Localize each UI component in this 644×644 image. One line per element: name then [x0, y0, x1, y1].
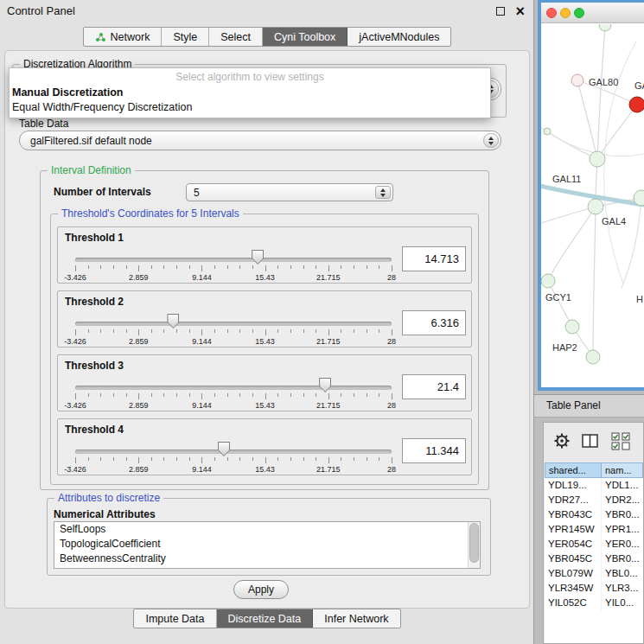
column-header-name[interactable]: nam...	[602, 462, 643, 478]
threshold-value-field[interactable]: 6.316	[402, 310, 466, 335]
table-header: shared... nam...	[545, 462, 643, 478]
network-node[interactable]	[565, 320, 579, 334]
slider-thumb[interactable]	[167, 314, 179, 328]
network-edge[interactable]	[548, 281, 572, 327]
attribute-item-selfloops[interactable]: SelfLoops	[54, 522, 480, 537]
table-row[interactable]: YPR145WYPR1...	[545, 522, 643, 537]
table-row[interactable]: YBR045CYBR0...	[545, 552, 643, 566]
table-row[interactable]: YIL052CYIL0...	[545, 596, 643, 610]
algorithm-option-equal-width-frequency-discretization[interactable]: Equal Width/Frequency Discretization	[10, 100, 490, 115]
network-node[interactable]	[590, 151, 605, 167]
slider-tick	[392, 329, 392, 335]
table-row[interactable]: YLR345WYLR3...	[545, 581, 643, 596]
float-window-icon[interactable]	[496, 7, 505, 16]
algorithm-option-manual-discretization[interactable]: Manual Discretization	[10, 86, 490, 100]
slider-tick	[227, 265, 228, 269]
tab-cyni-toolbox[interactable]: Cyni Toolbox	[263, 28, 348, 46]
tab-discretize-data[interactable]: Discretize Data	[217, 609, 314, 628]
tab-select[interactable]: Select	[209, 28, 263, 46]
slider-tick	[277, 457, 278, 461]
column-header-shared-name[interactable]: shared...	[545, 462, 602, 478]
network-node[interactable]	[541, 274, 555, 288]
table-row[interactable]: YBR043CYBR0...	[545, 507, 643, 522]
network-canvas[interactable]: GAL80GAGAL11GAL4GCY1HAP2H	[541, 24, 644, 387]
network-node[interactable]	[588, 199, 603, 214]
network-edge[interactable]	[577, 80, 597, 159]
slider-track[interactable]	[75, 322, 392, 326]
table-row[interactable]: YBL079WYBL0...	[545, 566, 643, 581]
cell-name: YPR1...	[602, 522, 643, 537]
cell-shared-name: YDL19...	[545, 478, 602, 493]
threshold-slider[interactable]: -3.4262.8599.14415.4321.71528	[75, 374, 392, 411]
slider-tick	[151, 329, 152, 333]
close-traffic-light-icon[interactable]	[546, 8, 557, 18]
slider-tick	[290, 265, 291, 269]
slider-thumb[interactable]	[319, 378, 331, 392]
threshold-slider[interactable]: -3.4262.8599.14415.4321.71528	[75, 246, 392, 283]
checkbox-grid-icon[interactable]	[611, 432, 634, 451]
tab-label: Cyni Toolbox	[274, 31, 335, 43]
network-node[interactable]	[571, 74, 583, 86]
slider-tick	[354, 393, 354, 397]
threshold-slider[interactable]: -3.4262.8599.14415.4321.71528	[75, 438, 392, 475]
network-node[interactable]	[629, 97, 644, 112]
table-row[interactable]: YDR27...YDR2...	[545, 493, 643, 507]
network-edge[interactable]	[597, 105, 637, 159]
network-titlebar[interactable]	[541, 3, 644, 23]
table-row[interactable]: YDL19...YDL1...	[545, 478, 643, 493]
table-row[interactable]: YER054CYER0...	[545, 537, 643, 552]
tab-label: Impute Data	[145, 613, 204, 625]
slider-scale-label: 28	[387, 337, 396, 346]
slider-tick	[227, 393, 228, 397]
slider-tick	[88, 457, 89, 461]
minimize-traffic-light-icon[interactable]	[560, 8, 571, 18]
tab-style[interactable]: Style	[162, 28, 209, 46]
gear-icon[interactable]	[552, 431, 571, 450]
slider-track[interactable]	[75, 386, 392, 390]
attribute-item-betweennesscentrality[interactable]: BetweennessCentrality	[54, 552, 480, 566]
slider-thumb[interactable]	[252, 250, 264, 265]
network-edge[interactable]	[541, 128, 644, 156]
tab-network[interactable]: Network	[84, 28, 163, 46]
tab-infer-network[interactable]: Infer Network	[313, 609, 399, 628]
threshold-slider[interactable]: -3.4262.8599.14415.4321.71528	[75, 310, 392, 347]
combo-stepper-icon	[483, 133, 499, 148]
network-node[interactable]	[586, 350, 600, 364]
threshold-value-field[interactable]: 21.4	[402, 374, 466, 399]
network-edge[interactable]	[593, 207, 596, 357]
threshold-value-field[interactable]: 14.713	[402, 246, 466, 271]
bottom-tab-row: Impute DataDiscretize DataInfer Network	[0, 609, 534, 628]
list-scrollbar[interactable]	[468, 522, 480, 568]
columns-icon[interactable]	[582, 434, 598, 448]
numerical-attributes-list[interactable]: SelfLoopsTopologicalCoefficientBetweenne…	[54, 521, 481, 569]
scrollbar-thumb[interactable]	[469, 523, 479, 563]
slider-tick	[328, 265, 329, 271]
cell-name: YIL0...	[602, 596, 643, 610]
network-edge[interactable]	[622, 198, 641, 288]
slider-tick	[100, 265, 101, 269]
slider-tick	[214, 393, 215, 397]
close-icon[interactable]: ×	[515, 0, 525, 22]
slider-scale-label: 15.43	[255, 465, 275, 474]
table-data-combobox[interactable]: galFiltered.sif default node	[19, 131, 501, 150]
network-edge[interactable]	[548, 207, 596, 281]
network-edge[interactable]	[597, 26, 605, 159]
slider-track[interactable]	[75, 258, 392, 262]
slider-track[interactable]	[75, 450, 392, 454]
network-node[interactable]	[599, 24, 611, 31]
control-panel-titlebar: Control Panel ×	[0, 0, 533, 22]
apply-button[interactable]: Apply	[233, 580, 289, 599]
slider-tick	[151, 393, 152, 397]
number-of-intervals-combobox[interactable]: 5	[186, 183, 393, 201]
attribute-item-topologicalcoefficient[interactable]: TopologicalCoefficient	[54, 537, 480, 552]
threshold-value-field[interactable]: 11.344	[402, 438, 466, 463]
zoom-traffic-light-icon[interactable]	[574, 8, 584, 18]
slider-tick	[367, 457, 367, 461]
tab-impute-data[interactable]: Impute Data	[134, 609, 216, 628]
tab-jactivemnodules[interactable]: jActiveMNodules	[348, 28, 450, 46]
network-icon	[95, 32, 106, 42]
slider-thumb[interactable]	[218, 442, 230, 456]
network-node[interactable]	[544, 128, 551, 135]
network-edge[interactable]	[541, 207, 596, 223]
slider-tick	[113, 457, 114, 461]
